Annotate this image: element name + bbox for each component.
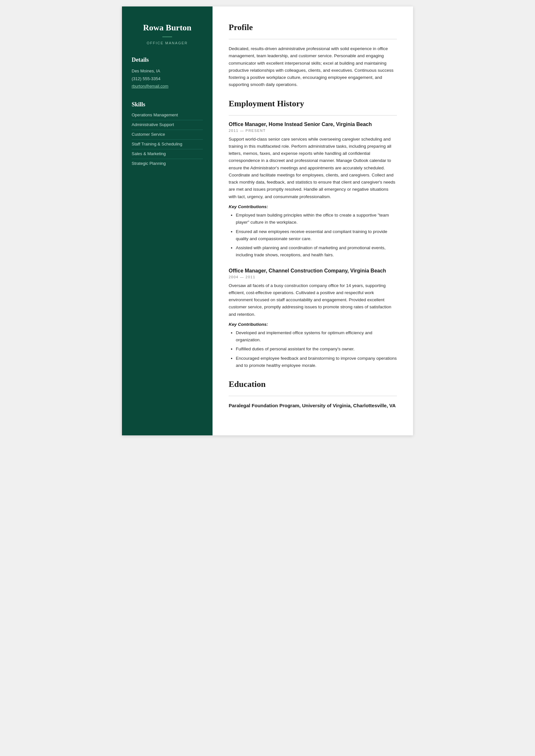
job-block-2: Office Manager, Channel Construction Com… — [229, 268, 397, 369]
employment-heading: Employment History — [229, 99, 397, 111]
job-dates-2: 2004 — 2011 — [229, 275, 397, 279]
email[interactable]: rburton@email.com — [132, 83, 203, 90]
contributions-list-2: Developed and implemented office systems… — [229, 329, 397, 369]
employment-rule — [229, 115, 397, 116]
skill-strategic-planning: Strategic Planning — [132, 161, 203, 168]
job-title-1: Office Manager, Home Instead Senior Care… — [229, 122, 397, 127]
contribution-1-1: Employed team building principles within… — [236, 212, 397, 226]
contribution-2-3: Encouraged employee feedback and brainst… — [236, 355, 397, 369]
candidate-title: OFFICE MANAGER — [132, 41, 203, 45]
candidate-name: Rowa Burton — [132, 23, 203, 33]
contributions-label-2: Key Contributions: — [229, 322, 397, 327]
job-description-2: Oversaw all facets of a busy constructio… — [229, 282, 397, 318]
education-degree: Paralegal Foundation Program, University… — [229, 402, 397, 409]
location: Des Moines, IA — [132, 68, 203, 74]
details-section: Details Des Moines, IA (312) 555-3354 rb… — [132, 57, 203, 90]
contribution-2-2: Fulfilled duties of personal assistant f… — [236, 345, 397, 353]
name-divider — [162, 37, 172, 37]
contributions-label-1: Key Contributions: — [229, 204, 397, 209]
job-dates-1: 2011 — PRESENT — [229, 129, 397, 132]
skills-section: Skills Operations Management Administrat… — [132, 101, 203, 168]
skill-staff-training: Staff Training & Scheduling — [132, 142, 203, 149]
phone: (312) 555-3354 — [132, 76, 203, 82]
skill-operations-management: Operations Management — [132, 113, 203, 120]
contributions-list-1: Employed team building principles within… — [229, 212, 397, 259]
education-section: Education Paralegal Foundation Program, … — [229, 379, 397, 409]
profile-text: Dedicated, results-driven administrative… — [229, 45, 397, 89]
profile-heading: Profile — [229, 23, 397, 34]
contribution-1-2: Ensured all new employees receive essent… — [236, 228, 397, 243]
education-rule — [229, 395, 397, 396]
main-content: Profile Dedicated, results-driven admini… — [212, 7, 413, 435]
details-heading: Details — [132, 57, 203, 63]
skill-sales-marketing: Sales & Marketing — [132, 151, 203, 159]
skill-customer-service: Customer Service — [132, 132, 203, 140]
skill-administrative-support: Administrative Support — [132, 122, 203, 130]
sidebar: Rowa Burton OFFICE MANAGER Details Des M… — [122, 7, 212, 435]
profile-section: Profile Dedicated, results-driven admini… — [229, 23, 397, 89]
employment-section: Employment History Office Manager, Home … — [229, 99, 397, 369]
job-description-1: Support world-class senior care services… — [229, 136, 397, 201]
contribution-2-1: Developed and implemented office systems… — [236, 329, 397, 344]
resume-container: Rowa Burton OFFICE MANAGER Details Des M… — [122, 7, 413, 435]
skills-heading: Skills — [132, 101, 203, 108]
profile-rule — [229, 39, 397, 40]
contribution-1-3: Assisted with planning and coordination … — [236, 244, 397, 259]
education-heading: Education — [229, 379, 397, 391]
job-title-2: Office Manager, Channel Construction Com… — [229, 268, 397, 274]
job-block-1: Office Manager, Home Instead Senior Care… — [229, 122, 397, 259]
